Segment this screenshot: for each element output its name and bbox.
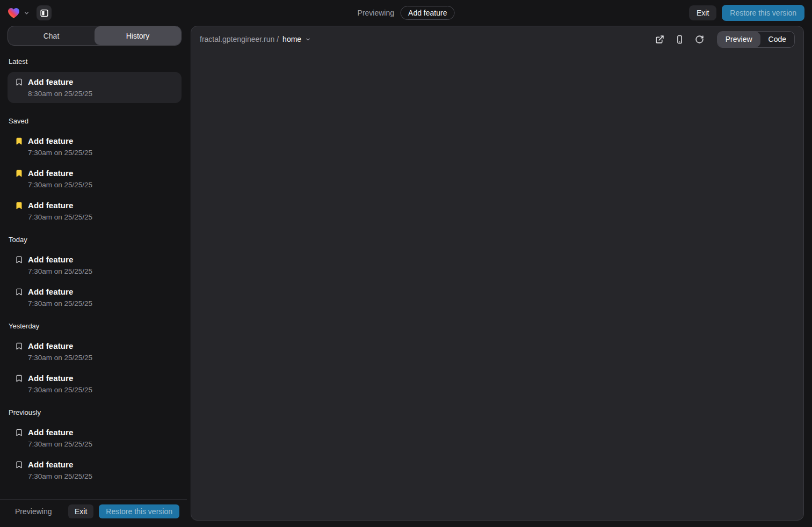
history-item-title: Add feature	[28, 427, 92, 437]
history-item-timestamp: 7:30am on 25/25/25	[28, 213, 92, 222]
bookmark-outline-icon	[15, 460, 23, 481]
history-item[interactable]: Add feature7:30am on 25/25/25	[8, 373, 182, 394]
history-item-timestamp: 7:30am on 25/25/25	[28, 440, 92, 449]
history-item-title: Add feature	[28, 287, 92, 297]
history-item[interactable]: Add feature7:30am on 25/25/25	[8, 341, 182, 362]
sidebar-toggle-button[interactable]	[37, 5, 52, 20]
lovable-heart-icon	[8, 8, 20, 19]
bookmark-filled-icon	[15, 201, 23, 222]
history-item-title: Add feature	[28, 77, 92, 87]
bookmark-filled-icon	[15, 169, 23, 189]
refresh-button[interactable]	[695, 35, 704, 44]
chevron-down-icon	[305, 36, 311, 42]
history-item-title: Add feature	[28, 341, 92, 351]
history-item[interactable]: Add feature8:30am on 25/25/25	[8, 72, 182, 103]
open-in-new-tab-button[interactable]	[655, 35, 664, 44]
footer-restore-version-button[interactable]: Restore this version	[99, 504, 179, 518]
sidebar-footer: Previewing Exit Restore this version	[0, 499, 187, 527]
history-item-timestamp: 8:30am on 25/25/25	[28, 90, 92, 98]
bookmark-filled-icon	[15, 137, 23, 157]
url-page-selector[interactable]: fractal.gptengineer.run / home	[200, 35, 311, 43]
section-header: Saved	[9, 117, 180, 125]
history-item[interactable]: Add feature7:30am on 25/25/25	[8, 136, 182, 157]
footer-exit-button[interactable]: Exit	[68, 504, 93, 518]
preview-code-toggle: Preview Code	[717, 31, 795, 48]
footer-status-label: Previewing	[15, 507, 52, 516]
preview-panel-header: fractal.gptengineer.run / home	[191, 26, 803, 52]
version-name-badge: Add feature	[401, 6, 454, 20]
url-current-page: home	[282, 35, 301, 43]
bookmark-outline-icon	[15, 342, 23, 362]
history-item-title: Add feature	[28, 459, 92, 470]
history-item-title: Add feature	[28, 200, 92, 210]
refresh-icon	[695, 35, 704, 44]
history-item-title: Add feature	[28, 373, 92, 383]
history-item[interactable]: Add feature7:30am on 25/25/25	[8, 254, 182, 276]
top-bar: Previewing Add feature Exit Restore this…	[0, 0, 812, 26]
preview-panel: fractal.gptengineer.run / home	[191, 26, 804, 521]
topbar-left	[8, 5, 52, 20]
history-item-timestamp: 7:30am on 25/25/25	[28, 354, 92, 362]
panel-left-icon	[40, 9, 49, 18]
history-item-timestamp: 7:30am on 25/25/25	[28, 386, 92, 394]
toggle-code[interactable]: Code	[760, 32, 794, 47]
preview-header-actions: Preview Code	[655, 31, 795, 48]
topbar-right: Exit Restore this version	[689, 5, 804, 21]
previewing-label: Previewing	[358, 9, 394, 17]
history-item-timestamp: 7:30am on 25/25/25	[28, 181, 92, 189]
chevron-down-icon[interactable]	[24, 10, 30, 16]
tab-history[interactable]: History	[95, 26, 181, 45]
tab-chat[interactable]: Chat	[8, 26, 95, 45]
history-item-timestamp: 7:30am on 25/25/25	[28, 299, 92, 308]
section-header: Latest	[9, 57, 180, 65]
toggle-preview[interactable]: Preview	[717, 32, 760, 47]
history-item-title: Add feature	[28, 136, 92, 146]
history-item-timestamp: 7:30am on 25/25/25	[28, 149, 92, 157]
mobile-preview-button[interactable]	[675, 35, 684, 44]
bookmark-outline-icon	[15, 374, 23, 394]
history-item-timestamp: 7:30am on 25/25/25	[28, 472, 92, 481]
history-item[interactable]: Add feature7:30am on 25/25/25	[8, 168, 182, 189]
history-item[interactable]: Add feature7:30am on 25/25/25	[8, 287, 182, 308]
history-item[interactable]: Add feature7:30am on 25/25/25	[8, 427, 182, 449]
restore-version-button[interactable]: Restore this version	[722, 5, 804, 21]
section-header: Yesterday	[9, 322, 180, 330]
smartphone-icon	[675, 35, 684, 44]
section-header: Previously	[9, 408, 180, 416]
history-list: LatestAdd feature8:30am on 25/25/25Saved…	[8, 46, 182, 499]
external-link-icon	[655, 35, 664, 44]
topbar-center: Previewing Add feature	[358, 6, 455, 20]
history-item[interactable]: Add feature7:30am on 25/25/25	[8, 459, 182, 481]
sidebar-tabbar: Chat History	[8, 26, 182, 46]
bookmark-outline-icon	[15, 78, 23, 98]
bookmark-outline-icon	[15, 428, 23, 449]
history-item-timestamp: 7:30am on 25/25/25	[28, 267, 92, 276]
bookmark-outline-icon	[15, 255, 23, 276]
bookmark-outline-icon	[15, 288, 23, 308]
section-header: Today	[9, 236, 180, 244]
history-item-title: Add feature	[28, 254, 92, 265]
exit-button[interactable]: Exit	[689, 5, 716, 20]
history-item-title: Add feature	[28, 168, 92, 178]
preview-content	[191, 52, 803, 520]
history-sidebar: Chat History LatestAdd feature8:30am on …	[8, 26, 182, 527]
url-prefix: fractal.gptengineer.run /	[200, 35, 279, 43]
history-item[interactable]: Add feature7:30am on 25/25/25	[8, 200, 182, 222]
